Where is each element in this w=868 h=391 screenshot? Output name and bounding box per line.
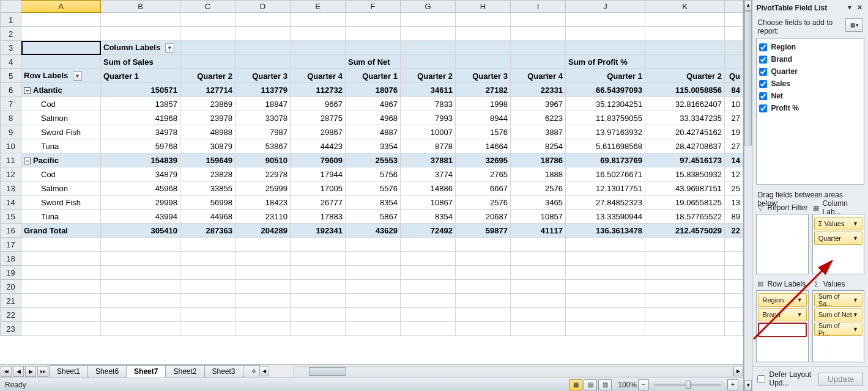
column-labels-dropdown[interactable]: ▼ (165, 43, 174, 53)
row-header-11[interactable]: 11 (1, 153, 21, 167)
column-header-C[interactable]: C (180, 1, 236, 13)
vscroll-thumb[interactable] (744, 11, 752, 145)
tab-nav-next[interactable]: ▶ (25, 366, 36, 377)
collapse-icon[interactable]: − (24, 87, 31, 94)
zoom-slider[interactable] (654, 384, 721, 386)
row-header-10[interactable]: 10 (1, 139, 21, 153)
row-labels-box[interactable]: Region▼Brand▼ (756, 290, 808, 363)
hscroll-thumb[interactable] (309, 367, 346, 376)
column-header-G[interactable]: G (401, 1, 456, 13)
row-header-15[interactable]: 15 (1, 210, 21, 224)
zoom-in[interactable]: + (727, 379, 738, 390)
column-header-K[interactable]: K (645, 1, 725, 13)
brand-tuna[interactable]: Tuna (21, 139, 101, 153)
value-pill-0[interactable]: Sum of Sa...▼ (814, 293, 862, 307)
field-list[interactable]: RegionBrandQuarterSalesNetProfit % (756, 38, 864, 185)
column-header-D[interactable]: D (236, 1, 291, 13)
vertical-scrollbar[interactable]: ▲ ▼ (744, 0, 752, 391)
row-header-13[interactable]: 13 (1, 181, 21, 196)
column-labels-header[interactable]: Column Labels ▼ (101, 41, 180, 55)
row-header-2[interactable]: 2 (1, 27, 21, 41)
row-header-9[interactable]: 9 (1, 125, 21, 139)
row-header-12[interactable]: 12 (1, 167, 21, 181)
column-header-H[interactable]: H (456, 1, 511, 13)
field-checkbox[interactable] (759, 43, 767, 51)
report-filter-box[interactable] (756, 214, 808, 274)
field-item-quarter[interactable]: Quarter (759, 65, 861, 78)
row-header-17[interactable]: 17 (1, 238, 21, 252)
pane-layout-button[interactable]: ▦▾ (845, 18, 863, 32)
field-item-sales[interactable]: Sales (759, 78, 861, 90)
column-header-B[interactable]: B (101, 1, 180, 13)
region-pacific[interactable]: −Pacific (21, 153, 101, 167)
row-labels-header[interactable]: Row Labels ▼ (21, 69, 101, 83)
values-box[interactable]: Sum of Sa...▼Sum of Net▼Sum of Pr...▼ (812, 290, 864, 363)
value-pill-1[interactable]: Sum of Net▼ (814, 308, 862, 321)
row-pill-1[interactable]: Brand▼ (758, 308, 806, 321)
row-header-8[interactable]: 8 (1, 111, 21, 125)
column-header-A[interactable]: A (21, 1, 101, 13)
grand-total-label[interactable]: Grand Total (21, 224, 101, 238)
defer-layout-checkbox[interactable] (757, 375, 765, 383)
view-page-break[interactable]: ▥ (598, 379, 612, 390)
brand-sword-fish[interactable]: Sword Fish (21, 196, 101, 210)
hscroll-right[interactable]: ▶ (733, 367, 743, 376)
row-header-4[interactable]: 4 (1, 55, 21, 69)
row-header-22[interactable]: 22 (1, 308, 21, 322)
row-pill-0[interactable]: Region▼ (758, 293, 806, 307)
row-header-20[interactable]: 20 (1, 280, 21, 294)
tab-nav-prev[interactable]: ◀ (13, 366, 24, 377)
sheet-tab-sheet3[interactable]: Sheet3 (204, 365, 243, 378)
vscroll-up[interactable]: ▲ (744, 0, 752, 11)
sheet-tab-sheet7[interactable]: Sheet7 (126, 365, 166, 378)
row-header-23[interactable]: 23 (1, 322, 21, 336)
field-checkbox[interactable] (759, 56, 767, 64)
row-header-18[interactable]: 18 (1, 252, 21, 266)
field-item-region[interactable]: Region (759, 41, 861, 53)
sheet-tab-sheet2[interactable]: Sheet2 (165, 365, 204, 378)
pane-close-icon[interactable]: ✕ (855, 3, 864, 13)
brand-cod[interactable]: Cod (21, 167, 101, 181)
tab-nav-first[interactable]: ⏮ (1, 366, 12, 377)
brand-tuna[interactable]: Tuna (21, 210, 101, 224)
field-item-net[interactable]: Net (759, 90, 861, 102)
column-header-I[interactable]: I (511, 1, 566, 13)
row-header-1[interactable]: 1 (1, 13, 21, 27)
column-pill-1[interactable]: Quarter▼ (814, 232, 862, 245)
row-header-6[interactable]: 6 (1, 83, 21, 97)
field-item-brand[interactable]: Brand (759, 53, 861, 65)
pane-dropdown-icon[interactable]: ▼ (845, 3, 855, 13)
region-atlantic[interactable]: −Atlantic (21, 83, 101, 97)
column-header-E[interactable]: E (291, 1, 346, 13)
column-header-edge[interactable] (725, 1, 743, 13)
brand-cod[interactable]: Cod (21, 97, 101, 111)
view-normal[interactable]: ▦ (569, 379, 582, 390)
field-checkbox[interactable] (759, 68, 767, 76)
active-cell[interactable] (21, 41, 101, 55)
row-header-16[interactable]: 16 (1, 224, 21, 238)
view-page-layout[interactable]: ▤ (584, 379, 597, 390)
row-header-3[interactable]: 3 (1, 41, 21, 55)
sheet-tab-sheet6[interactable]: Sheet6 (87, 365, 127, 378)
hscroll-track[interactable] (294, 367, 733, 376)
collapse-icon[interactable]: − (24, 158, 31, 164)
spreadsheet-grid[interactable]: ABCDEFGHIJK 123Column Labels ▼4Sum of Sa… (0, 0, 743, 336)
hscroll-left[interactable]: ◀ (259, 367, 269, 376)
field-item-profit-[interactable]: Profit % (759, 102, 861, 114)
update-button[interactable]: Update (818, 373, 863, 386)
field-checkbox[interactable] (759, 80, 767, 88)
select-all-corner[interactable] (1, 1, 21, 13)
column-labels-box[interactable]: Σ Values▼Quarter▼ (812, 214, 864, 274)
field-checkbox[interactable] (759, 104, 767, 112)
brand-salmon[interactable]: Salmon (21, 111, 101, 125)
row-header-5[interactable]: 5 (1, 69, 21, 83)
tab-nav-last[interactable]: ⏭ (37, 366, 48, 377)
column-header-J[interactable]: J (566, 1, 645, 13)
brand-salmon[interactable]: Salmon (21, 181, 101, 196)
column-pill-0[interactable]: Σ Values▼ (814, 217, 862, 230)
new-sheet-tab[interactable]: ✧ (243, 365, 260, 377)
row-header-21[interactable]: 21 (1, 294, 21, 308)
column-header-F[interactable]: F (346, 1, 401, 13)
row-header-7[interactable]: 7 (1, 97, 21, 111)
sheet-tab-sheet1[interactable]: Sheet1 (49, 365, 88, 378)
